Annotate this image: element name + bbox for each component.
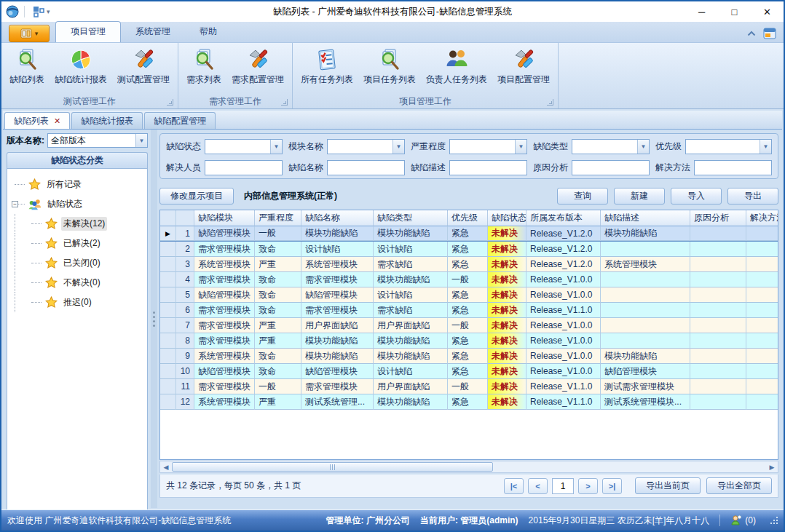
tree-item-1[interactable]: −缺陷状态 [15,194,144,214]
dialog-launcher-icon[interactable] [547,99,553,106]
ribbon-tab-help[interactable]: 帮助 [185,22,232,42]
tree-item-4[interactable]: 已关闭(0) [15,253,144,273]
table-row-12[interactable]: 12系统管理模块严重测试系统管理...模块功能缺陷紧急未解决Release_V1… [160,394,778,410]
table-row-2[interactable]: 2需求管理模块致命设计缺陷设计缺陷紧急未解决Release_V1.2.0 [160,242,778,257]
import-button[interactable]: 导入 [671,188,722,205]
column-header-优先级[interactable]: 优先级 [448,210,488,226]
filter-combo-缺陷类型[interactable]: ▼ [572,139,650,154]
modify-columns-button[interactable]: 修改显示项目 [159,188,234,205]
query-button[interactable]: 查询 [557,188,608,205]
close-tab-icon[interactable]: ✕ [54,116,60,126]
table-row-4[interactable]: 4需求管理模块致命需求管理模块模块功能缺陷一般未解决Release_V1.0.0 [160,272,778,287]
new-button[interactable]: 新建 [614,188,665,205]
table-row-11[interactable]: 11需求管理模块一般需求管理模块用户界面缺陷一般未解决Release_V1.1.… [160,379,778,394]
tab-defect-list[interactable]: 缺陷列表 ✕ [4,112,70,129]
prev-page-button[interactable]: < [528,478,548,494]
tree-item-5[interactable]: 不解决(0) [15,273,144,293]
column-header-缺陷名称[interactable]: 缺陷名称 [301,210,374,226]
tab-defect-report[interactable]: 缺陷统计报表 [71,112,143,129]
defect-list-button[interactable]: 缺陷列表 [4,44,50,88]
table-row-5[interactable]: 5缺陷管理模块致命缺陷管理模块设计缺陷紧急未解决Release_V1.0.0 [160,287,778,303]
filter-combo-严重程度[interactable]: ▼ [449,139,527,154]
tree-item-0[interactable]: 所有记录 [15,175,144,194]
chevron-down-icon[interactable]: ▼ [270,140,282,154]
column-header-原因分析[interactable]: 原因分析 [690,210,746,226]
table-row-3[interactable]: 3系统管理模块严重系统管理模块需求缺陷紧急未解决Release_V1.2.0系统… [160,257,778,272]
maximize-button[interactable]: □ [718,1,751,22]
filter-input-缺陷名称[interactable] [327,160,405,175]
cell-解决方法 [746,242,778,257]
collapse-node-icon[interactable]: − [12,201,18,207]
export-current-page-button[interactable]: 导出当前页 [635,477,701,494]
ribbon-tab-system[interactable]: 系统管理 [121,22,185,42]
table-row-9[interactable]: 9系统管理模块致命模块功能缺陷模块功能缺陷紧急未解决Release_V1.0.0… [160,349,778,364]
defect-report-button[interactable]: 缺陷统计报表 [50,44,112,88]
column-header-严重程度[interactable]: 严重程度 [255,210,301,226]
cell-缺陷类型: 模块功能缺陷 [374,333,448,349]
table-row-7[interactable]: 7需求管理模块严重用户界面缺陷用户界面缺陷一般未解决Release_V1.0.0 [160,318,778,333]
next-page-button[interactable]: > [578,478,598,494]
first-page-button[interactable]: |< [504,478,524,494]
page-number-input[interactable] [552,478,574,494]
last-page-button[interactable]: >| [602,478,622,494]
tree-item-3[interactable]: 已解决(2) [15,234,144,253]
chevron-down-icon[interactable]: ▼ [760,140,771,154]
tree-item-2[interactable]: 未解决(12) [15,214,144,234]
tree-item-6[interactable]: 推迟(0) [15,293,144,312]
column-header-缺陷模块[interactable]: 缺陷模块 [194,210,255,226]
splitter-handle[interactable] [151,130,157,508]
filter-combo-缺陷状态[interactable]: ▼ [205,139,283,154]
dialog-launcher-icon[interactable] [281,99,288,106]
table-row-6[interactable]: 6需求管理模块致命需求管理模块需求缺陷紧急未解决Release_V1.1.0 [160,303,778,318]
table-row-8[interactable]: 8需求管理模块严重模块功能缺陷模块功能缺陷紧急未解决Release_V1.0.0 [160,333,778,349]
column-header-解决方法[interactable]: 解决方法 [746,210,778,226]
export-all-pages-button[interactable]: 导出全部页 [706,477,772,494]
title-bar: ▾ 缺陷列表 - 广州爱奇迪软件科技有限公司-缺陷信息管理系统 ─ □ ✕ [1,1,784,22]
table-row-1[interactable]: ▶1缺陷管理模块一般模块功能缺陷模块功能缺陷紧急未解决Release_V1.2.… [160,226,778,242]
collapse-ribbon-icon[interactable] [747,31,756,36]
help-window-icon[interactable] [763,28,776,39]
chevron-down-icon[interactable]: ▼ [515,140,526,154]
scroll-right-icon[interactable]: ▶ [766,461,778,472]
filter-combo-优先级[interactable]: ▼ [685,139,772,154]
cell-优先级: 紧急 [448,349,488,364]
filter-combo-模块名称[interactable]: ▼ [327,139,405,154]
table-row-10[interactable]: 10缺陷管理模块致命缺陷管理模块设计缺陷紧急未解决Release_V1.0.0缺… [160,364,778,379]
requirement-list-button[interactable]: 需求列表 [181,44,226,88]
chevron-down-icon[interactable]: ▼ [392,140,404,154]
filter-input-缺陷描述[interactable] [449,160,527,175]
project-tasks-button[interactable]: 项目任务列表 [358,44,421,88]
filter-input-解决方法[interactable] [694,160,772,175]
row-number: 2 [176,242,194,257]
quick-access-toolbar-button[interactable]: ▾ [30,4,53,19]
resize-grip[interactable] [770,517,778,524]
export-button[interactable]: 导出 [727,188,778,205]
requirement-config-button[interactable]: 需求配置管理 [226,44,289,88]
close-button[interactable]: ✕ [751,1,784,22]
ribbon-tab-project[interactable]: 项目管理 [55,21,121,42]
column-header-缺陷类型[interactable]: 缺陷类型 [374,210,448,226]
all-tasks-button[interactable]: 所有任务列表 [296,44,358,88]
star-icon [45,218,58,230]
scrollbar-thumb[interactable] [172,462,493,472]
filter-input-解决人员[interactable] [205,160,283,175]
chevron-down-icon[interactable]: ▼ [637,140,649,154]
person-status-icon[interactable] [730,515,742,526]
version-combo[interactable]: 全部版本 ▼ [47,133,148,148]
minimize-button[interactable]: ─ [685,1,718,22]
star-icon [45,277,58,289]
dialog-launcher-icon[interactable] [167,99,173,106]
test-config-button[interactable]: 测试配置管理 [112,44,175,88]
horizontal-scrollbar[interactable]: ◀ ▶ [159,461,778,473]
column-header-缺陷状态[interactable]: 缺陷状态 [488,210,526,226]
application-menu-button[interactable]: ▾ [9,25,50,42]
project-config-button[interactable]: 项目配置管理 [492,44,555,88]
column-header-缺陷描述[interactable]: 缺陷描述 [601,210,690,226]
owner-tasks-button[interactable]: 负责人任务列表 [421,44,492,88]
column-header-所属发布版本[interactable]: 所属发布版本 [526,210,601,226]
filter-input-原因分析[interactable] [572,160,650,175]
chevron-down-icon[interactable]: ▼ [135,134,147,147]
scroll-left-icon[interactable]: ◀ [160,461,172,472]
cell-所属发布版本: Release_V1.1.0 [526,394,601,410]
tab-defect-config[interactable]: 缺陷配置管理 [144,112,216,129]
